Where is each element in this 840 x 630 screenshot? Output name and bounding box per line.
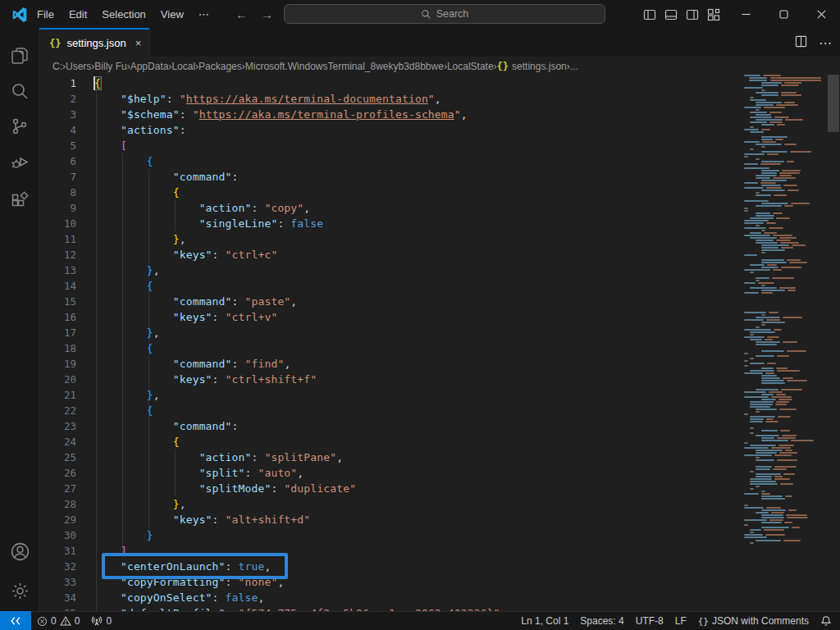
cursor-position-status[interactable]: Ln 1, Col 1 (515, 612, 574, 630)
code-line[interactable]: 29 "keys": "alt+shift+d" (39, 512, 840, 527)
minimize-button[interactable] (727, 0, 765, 29)
line-number[interactable]: 11 (39, 231, 76, 247)
run-debug-icon[interactable] (0, 146, 39, 179)
source-control-icon[interactable] (0, 110, 39, 143)
line-number[interactable]: 32 (39, 559, 76, 574)
line-number[interactable]: 20 (39, 372, 76, 387)
line-number[interactable]: 33 (39, 574, 76, 590)
code-line[interactable]: 2 "$help": "https://aka.ms/terminal-docu… (39, 91, 840, 107)
split-editor-icon[interactable] (795, 35, 807, 51)
line-number[interactable]: 31 (39, 543, 76, 559)
command-center-search[interactable]: Search (284, 4, 605, 24)
line-number[interactable]: 21 (39, 387, 76, 403)
breadcrumb-item[interactable]: ... (570, 61, 578, 72)
line-number[interactable]: 17 (39, 325, 76, 340)
code-line[interactable]: 15 "command": "paste", (39, 294, 840, 309)
line-number[interactable]: 1 (39, 75, 76, 91)
eol-status[interactable]: LF (669, 612, 692, 630)
notifications-status[interactable] (815, 612, 840, 630)
line-number[interactable]: 10 (39, 216, 76, 231)
scrollbar-thumb[interactable] (828, 75, 839, 132)
code-line[interactable]: 9 "action": "copy", (39, 200, 840, 216)
indentation-status[interactable]: Spaces: 4 (574, 612, 629, 630)
code-line[interactable]: 24 { (39, 434, 840, 450)
toggle-panel-icon[interactable] (664, 7, 678, 21)
breadcrumb-item[interactable]: LocalState (447, 61, 494, 72)
code-line[interactable]: 22 { (39, 403, 840, 418)
line-number[interactable]: 18 (39, 340, 76, 356)
code-line[interactable]: 6 { (39, 153, 840, 169)
problems-status[interactable]: 0 0 (31, 612, 85, 630)
code-line[interactable]: 13 }, (39, 262, 840, 278)
extensions-icon[interactable] (0, 185, 39, 217)
editor-scrollbar[interactable] (827, 75, 840, 611)
line-number[interactable]: 19 (39, 356, 76, 372)
line-number[interactable]: 12 (39, 247, 76, 262)
forward-arrow-icon[interactable]: → (258, 7, 276, 21)
line-number[interactable]: 27 (39, 481, 76, 496)
tab-close-icon[interactable]: × (135, 37, 142, 49)
account-icon[interactable] (0, 535, 39, 568)
menu-item-edit[interactable]: Edit (62, 6, 94, 23)
encoding-status[interactable]: UTF-8 (630, 612, 669, 630)
line-number[interactable]: 4 (39, 122, 76, 138)
line-number[interactable]: 13 (39, 262, 76, 278)
maximize-button[interactable] (765, 0, 802, 29)
line-number[interactable]: 26 (39, 465, 76, 481)
line-number[interactable]: 3 (39, 107, 76, 122)
breadcrumb-item[interactable]: Billy Fu (94, 61, 126, 72)
code-line[interactable]: 17 }, (39, 325, 840, 340)
line-number[interactable]: 9 (39, 200, 76, 216)
breadcrumb-item[interactable]: Local (171, 61, 195, 72)
breadcrumb-item[interactable]: Microsoft.WindowsTerminal_8wekyb3d8bbwe (245, 61, 444, 72)
breadcrumb-item[interactable]: Packages (199, 61, 242, 72)
breadcrumb-item[interactable]: {}settings.json (497, 61, 567, 72)
line-number[interactable]: 6 (39, 153, 76, 169)
code-line[interactable]: 7 "command": (39, 169, 840, 185)
code-line[interactable]: 20 "keys": "ctrl+shift+f" (39, 372, 840, 387)
editor[interactable]: 1{2 "$help": "https://aka.ms/terminal-do… (39, 75, 840, 611)
code-line[interactable]: 3 "$schema": "https://aka.ms/terminal-pr… (39, 107, 840, 122)
line-number[interactable]: 5 (39, 138, 76, 153)
breadcrumb-item[interactable]: Users (66, 61, 91, 72)
menu-item-view[interactable]: View (153, 6, 191, 23)
code-line[interactable]: 19 "command": "find", (39, 356, 840, 372)
customize-layout-icon[interactable] (706, 7, 720, 21)
code-line[interactable]: 12 "keys": "ctrl+c" (39, 247, 840, 262)
ports-status[interactable]: 0 (85, 612, 117, 630)
code-line[interactable]: 16 "keys": "ctrl+v" (39, 309, 840, 325)
minimap[interactable] (741, 75, 827, 567)
line-number[interactable]: 24 (39, 434, 76, 450)
menu-item-selection[interactable]: Selection (94, 6, 153, 23)
close-button[interactable] (802, 0, 840, 29)
code-line[interactable]: 4 "actions": (39, 122, 840, 138)
code-line[interactable]: 5 [ (39, 138, 840, 153)
code-line[interactable]: 11 }, (39, 231, 840, 247)
line-number[interactable]: 2 (39, 91, 76, 107)
settings-gear-icon[interactable] (0, 574, 39, 607)
remote-indicator[interactable] (0, 611, 31, 630)
line-number[interactable]: 25 (39, 450, 76, 465)
code-line[interactable]: 34 "copyOnSelect": false, (39, 590, 840, 605)
code-line[interactable]: 23 "command": (39, 418, 840, 434)
breadcrumb-item[interactable]: C: (52, 61, 62, 72)
line-number[interactable]: 22 (39, 403, 76, 418)
code-line[interactable]: 18 { (39, 340, 840, 356)
language-mode-status[interactable]: {} JSON with Comments (692, 612, 815, 630)
back-arrow-icon[interactable]: ← (233, 7, 250, 21)
code-line[interactable]: 1{ (39, 75, 840, 91)
line-number[interactable]: 30 (39, 527, 76, 543)
code-line[interactable]: 28 }, (39, 496, 840, 512)
code-line[interactable]: 35 "defaultProfile": "{574e775e-4f2a-5b9… (39, 605, 840, 611)
code-line[interactable]: 26 "split": "auto", (39, 465, 840, 481)
line-number[interactable]: 14 (39, 278, 76, 294)
line-number[interactable]: 28 (39, 496, 76, 512)
menu-item-[interactable]: ⋯ (191, 6, 217, 23)
code-line[interactable]: 30 } (39, 527, 840, 543)
explorer-icon[interactable] (0, 39, 39, 72)
line-number[interactable]: 16 (39, 309, 76, 325)
toggle-secondary-sidebar-icon[interactable] (685, 7, 699, 21)
tab-settings-json[interactable]: {} settings.json × (39, 29, 150, 57)
toggle-sidebar-icon[interactable] (642, 7, 656, 21)
line-number[interactable]: 15 (39, 294, 76, 309)
